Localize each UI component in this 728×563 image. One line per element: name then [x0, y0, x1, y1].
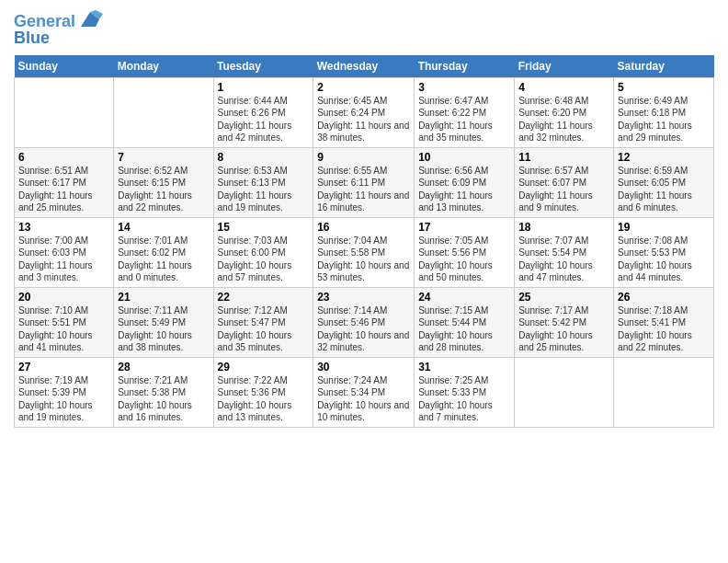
day-info: Sunrise: 6:52 AM Sunset: 6:15 PM Dayligh… [118, 165, 209, 214]
day-number: 7 [118, 151, 209, 164]
day-info: Sunrise: 6:49 AM Sunset: 6:18 PM Dayligh… [618, 95, 710, 144]
week-row-5: 27Sunrise: 7:19 AM Sunset: 5:39 PM Dayli… [15, 357, 714, 427]
calendar-table: SundayMondayTuesdayWednesdayThursdayFrid… [14, 55, 714, 428]
day-info: Sunrise: 7:17 AM Sunset: 5:42 PM Dayligh… [518, 304, 609, 354]
day-info: Sunrise: 7:01 AM Sunset: 6:02 PM Dayligh… [118, 235, 209, 284]
day-number: 18 [518, 221, 609, 234]
calendar-cell: 25Sunrise: 7:17 AM Sunset: 5:42 PM Dayli… [515, 287, 614, 357]
calendar-cell: 28Sunrise: 7:21 AM Sunset: 5:38 PM Dayli… [114, 357, 213, 427]
day-number: 31 [418, 361, 510, 373]
page-container: General Blue SundayMondayTuesdayWednesda… [0, 0, 728, 437]
day-info: Sunrise: 7:21 AM Sunset: 5:38 PM Dayligh… [118, 374, 209, 424]
calendar-cell: 4Sunrise: 6:48 AM Sunset: 6:20 PM Daylig… [515, 77, 614, 147]
day-info: Sunrise: 7:12 AM Sunset: 5:47 PM Dayligh… [218, 304, 310, 354]
calendar-cell: 16Sunrise: 7:04 AM Sunset: 5:58 PM Dayli… [313, 217, 415, 287]
calendar-cell: 31Sunrise: 7:25 AM Sunset: 5:33 PM Dayli… [415, 357, 515, 427]
calendar-cell: 23Sunrise: 7:14 AM Sunset: 5:46 PM Dayli… [313, 287, 415, 357]
day-number: 9 [317, 151, 410, 164]
day-info: Sunrise: 6:59 AM Sunset: 6:05 PM Dayligh… [618, 165, 710, 214]
calendar-cell: 9Sunrise: 6:55 AM Sunset: 6:11 PM Daylig… [313, 147, 415, 217]
day-info: Sunrise: 7:19 AM Sunset: 5:39 PM Dayligh… [18, 374, 109, 424]
calendar-cell: 10Sunrise: 6:56 AM Sunset: 6:09 PM Dayli… [415, 147, 515, 217]
day-info: Sunrise: 6:56 AM Sunset: 6:09 PM Dayligh… [418, 165, 510, 214]
day-number: 19 [618, 221, 710, 234]
weekday-header-friday: Friday [515, 55, 614, 78]
day-number: 14 [118, 221, 209, 234]
day-number: 23 [317, 291, 410, 304]
day-number: 25 [518, 291, 609, 304]
calendar-cell: 7Sunrise: 6:52 AM Sunset: 6:15 PM Daylig… [114, 147, 213, 217]
day-info: Sunrise: 7:22 AM Sunset: 5:36 PM Dayligh… [218, 374, 310, 424]
week-row-4: 20Sunrise: 7:10 AM Sunset: 5:51 PM Dayli… [15, 287, 714, 357]
day-info: Sunrise: 6:57 AM Sunset: 6:07 PM Dayligh… [518, 165, 609, 214]
day-info: Sunrise: 6:48 AM Sunset: 6:20 PM Dayligh… [518, 95, 609, 144]
calendar-cell: 3Sunrise: 6:47 AM Sunset: 6:22 PM Daylig… [415, 77, 515, 147]
calendar-cell: 1Sunrise: 6:44 AM Sunset: 6:26 PM Daylig… [213, 77, 313, 147]
calendar-cell: 18Sunrise: 7:07 AM Sunset: 5:54 PM Dayli… [515, 217, 614, 287]
day-info: Sunrise: 6:44 AM Sunset: 6:26 PM Dayligh… [218, 95, 310, 144]
day-info: Sunrise: 7:11 AM Sunset: 5:49 PM Dayligh… [118, 304, 209, 354]
day-number: 2 [317, 81, 410, 94]
day-number: 28 [118, 361, 209, 373]
day-info: Sunrise: 7:04 AM Sunset: 5:58 PM Dayligh… [317, 235, 410, 284]
day-info: Sunrise: 7:03 AM Sunset: 6:00 PM Dayligh… [218, 235, 310, 284]
day-number: 11 [518, 151, 609, 164]
logo-blue-text: Blue [14, 29, 103, 48]
week-row-2: 6Sunrise: 6:51 AM Sunset: 6:17 PM Daylig… [15, 147, 714, 217]
day-number: 29 [218, 361, 310, 373]
calendar-cell: 5Sunrise: 6:49 AM Sunset: 6:18 PM Daylig… [614, 77, 714, 147]
day-number: 4 [518, 81, 609, 94]
day-info: Sunrise: 6:51 AM Sunset: 6:17 PM Dayligh… [18, 165, 109, 214]
logo-icon [77, 10, 103, 30]
day-info: Sunrise: 7:10 AM Sunset: 5:51 PM Dayligh… [18, 304, 109, 354]
calendar-cell [515, 357, 614, 427]
day-info: Sunrise: 7:18 AM Sunset: 5:41 PM Dayligh… [618, 304, 710, 354]
calendar-cell: 6Sunrise: 6:51 AM Sunset: 6:17 PM Daylig… [15, 147, 114, 217]
calendar-cell: 20Sunrise: 7:10 AM Sunset: 5:51 PM Dayli… [15, 287, 114, 357]
week-row-3: 13Sunrise: 7:00 AM Sunset: 6:03 PM Dayli… [15, 217, 714, 287]
day-number: 20 [18, 291, 109, 304]
day-info: Sunrise: 7:08 AM Sunset: 5:53 PM Dayligh… [618, 235, 710, 284]
calendar-cell: 14Sunrise: 7:01 AM Sunset: 6:02 PM Dayli… [114, 217, 213, 287]
calendar-cell: 22Sunrise: 7:12 AM Sunset: 5:47 PM Dayli… [213, 287, 313, 357]
day-info: Sunrise: 7:24 AM Sunset: 5:34 PM Dayligh… [317, 374, 410, 424]
weekday-header-thursday: Thursday [415, 55, 515, 78]
day-number: 3 [418, 81, 510, 94]
weekday-header-monday: Monday [114, 55, 213, 78]
day-number: 13 [18, 221, 109, 234]
calendar-cell [614, 357, 714, 427]
day-number: 6 [18, 151, 109, 164]
calendar-cell: 17Sunrise: 7:05 AM Sunset: 5:56 PM Dayli… [415, 217, 515, 287]
calendar-cell: 30Sunrise: 7:24 AM Sunset: 5:34 PM Dayli… [313, 357, 415, 427]
day-number: 22 [218, 291, 310, 304]
day-number: 24 [418, 291, 510, 304]
day-number: 5 [618, 81, 710, 94]
weekday-header-sunday: Sunday [15, 55, 114, 78]
calendar-cell: 2Sunrise: 6:45 AM Sunset: 6:24 PM Daylig… [313, 77, 415, 147]
day-number: 10 [418, 151, 510, 164]
day-number: 17 [418, 221, 510, 234]
weekday-header-saturday: Saturday [614, 55, 714, 78]
calendar-cell [114, 77, 213, 147]
calendar-cell: 27Sunrise: 7:19 AM Sunset: 5:39 PM Dayli… [15, 357, 114, 427]
day-info: Sunrise: 7:14 AM Sunset: 5:46 PM Dayligh… [317, 304, 410, 354]
weekday-header-wednesday: Wednesday [313, 55, 415, 78]
day-number: 16 [317, 221, 410, 234]
calendar-cell: 13Sunrise: 7:00 AM Sunset: 6:03 PM Dayli… [15, 217, 114, 287]
day-info: Sunrise: 6:53 AM Sunset: 6:13 PM Dayligh… [218, 165, 310, 214]
calendar-cell: 15Sunrise: 7:03 AM Sunset: 6:00 PM Dayli… [213, 217, 313, 287]
day-number: 1 [218, 81, 310, 94]
weekday-header-row: SundayMondayTuesdayWednesdayThursdayFrid… [15, 55, 714, 78]
day-number: 26 [618, 291, 710, 304]
day-number: 12 [618, 151, 710, 164]
calendar-cell: 24Sunrise: 7:15 AM Sunset: 5:44 PM Dayli… [415, 287, 515, 357]
day-info: Sunrise: 7:07 AM Sunset: 5:54 PM Dayligh… [518, 235, 609, 284]
day-number: 15 [218, 221, 310, 234]
day-info: Sunrise: 6:55 AM Sunset: 6:11 PM Dayligh… [317, 165, 410, 214]
day-number: 30 [317, 361, 410, 373]
calendar-cell: 8Sunrise: 6:53 AM Sunset: 6:13 PM Daylig… [213, 147, 313, 217]
weekday-header-tuesday: Tuesday [213, 55, 313, 78]
day-number: 8 [218, 151, 310, 164]
day-info: Sunrise: 6:47 AM Sunset: 6:22 PM Dayligh… [418, 95, 510, 144]
day-number: 21 [118, 291, 209, 304]
